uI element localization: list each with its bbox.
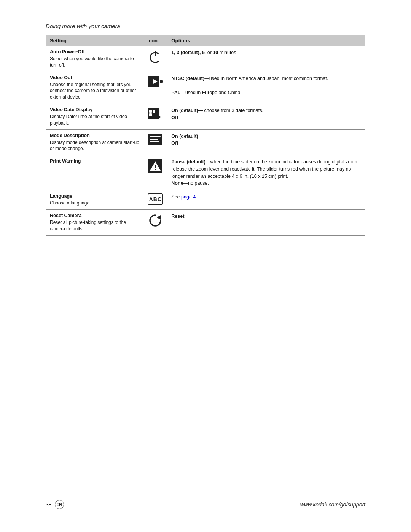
print-warn-icon	[147, 158, 163, 174]
setting-desc-reset: Reset all picture-taking settings to the…	[50, 220, 126, 232]
options-text-language: See page 4.	[171, 194, 197, 200]
setting-cell-mode-desc: Mode Description Display mode descriptio…	[46, 129, 143, 155]
options-cell-video-date: On (default)— choose from 3 date formats…	[167, 104, 365, 129]
options-text-auto-power-off: 1, 3 (default), 5, or 10 minutes	[171, 50, 236, 55]
icon-cell-print-warning	[143, 155, 167, 190]
setting-desc-video-out: Choose the regional setting that lets yo…	[50, 82, 136, 100]
page-4-link[interactable]: page 4	[181, 194, 196, 200]
mode-desc-icon	[147, 133, 163, 146]
options-cell-print-warning: Pause (default)—when the blue slider on …	[167, 155, 365, 190]
abc-icon-box: ABC	[148, 193, 163, 205]
svg-rect-13	[150, 141, 159, 142]
table-header-row: Setting Icon Options	[46, 35, 365, 46]
svg-rect-5	[148, 108, 159, 119]
svg-rect-6	[149, 110, 152, 113]
setting-name-language: Language	[50, 193, 139, 199]
header-icon: Icon	[143, 35, 167, 46]
abc-icon: ABC	[147, 193, 163, 205]
table-row: Video Out Choose the regional setting th…	[46, 72, 365, 104]
icon-cell-mode-desc	[143, 129, 167, 155]
setting-cell-auto-power-off: Auto Power-Off Select when you would lik…	[46, 46, 143, 72]
options-text-video-date: On (default)— choose from 3 date formats…	[171, 108, 263, 120]
setting-desc-video-date: Display Date/Time at the start of video …	[50, 114, 127, 126]
video-out-icon	[147, 75, 163, 88]
setting-desc-mode-desc: Display mode description at camera start…	[50, 140, 139, 152]
options-text-reset: Reset	[171, 214, 184, 219]
options-text-print-warning: Pause (default)—when the blue slider on …	[171, 159, 358, 186]
options-cell-reset: Reset	[167, 209, 365, 235]
setting-cell-print-warning: Print Warning	[46, 155, 143, 190]
table-row: Print Warning Pause (default)—when the b…	[46, 155, 365, 190]
svg-rect-11	[150, 136, 161, 137]
options-text-mode-desc: On (default)Off	[171, 134, 198, 146]
page-footer: 38 EN www.kodak.com/go/support	[46, 500, 365, 509]
icon-cell-video-date	[143, 104, 167, 129]
svg-rect-4	[160, 80, 163, 83]
options-cell-auto-power-off: 1, 3 (default), 5, or 10 minutes	[167, 46, 365, 72]
header-options: Options	[167, 35, 365, 46]
setting-desc-auto-power-off: Select when you would like the camera to…	[50, 56, 134, 68]
video-date-icon	[147, 107, 163, 121]
setting-name-reset: Reset Camera	[50, 213, 139, 218]
icon-cell-reset	[143, 209, 167, 235]
reset-icon	[147, 213, 163, 228]
svg-rect-8	[149, 113, 152, 116]
table-row: Reset Camera Reset all picture-taking se…	[46, 209, 365, 235]
svg-marker-18	[157, 215, 161, 220]
table-row: Auto Power-Off Select when you would lik…	[46, 46, 365, 72]
options-cell-language: See page 4.	[167, 190, 365, 210]
header-setting: Setting	[46, 35, 143, 46]
options-text-video-out: NTSC (default)—used in North America and…	[171, 76, 328, 96]
section-title: Doing more with your camera	[46, 23, 120, 29]
svg-rect-7	[153, 110, 155, 113]
table-row: Mode Description Display mode descriptio…	[46, 129, 365, 155]
setting-cell-language: Language Choose a language.	[46, 190, 143, 210]
website-url: www.kodak.com/go/support	[300, 502, 365, 508]
page-container: Doing more with your camera Setting Icon…	[0, 0, 411, 532]
icon-cell-language: ABC	[143, 190, 167, 210]
svg-rect-12	[150, 139, 158, 140]
setting-name-video-out: Video Out	[50, 75, 139, 80]
divider-line	[46, 31, 365, 31]
setting-name-auto-power-off: Auto Power-Off	[50, 49, 139, 54]
setting-cell-video-date: Video Date Display Display Date/Time at …	[46, 104, 143, 129]
setting-name-mode-desc: Mode Description	[50, 133, 139, 138]
options-cell-mode-desc: On (default)Off	[167, 129, 365, 155]
table-row: Language Choose a language. ABC See page…	[46, 190, 365, 210]
svg-marker-9	[158, 115, 161, 119]
en-badge: EN	[55, 500, 64, 509]
table-row: Video Date Display Display Date/Time at …	[46, 104, 365, 129]
setting-cell-reset: Reset Camera Reset all picture-taking se…	[46, 209, 143, 235]
page-number-area: 38 EN	[46, 500, 64, 509]
options-cell-video-out: NTSC (default)—used in North America and…	[167, 72, 365, 104]
settings-table: Setting Icon Options Auto Power-Off Sele…	[46, 35, 365, 236]
svg-point-17	[155, 169, 156, 170]
setting-name-print-warning: Print Warning	[50, 158, 139, 164]
icon-cell-auto-power-off	[143, 46, 167, 72]
setting-desc-language: Choose a language.	[50, 200, 91, 206]
icon-cell-video-out	[143, 72, 167, 104]
page-number: 38	[46, 502, 52, 508]
svg-rect-16	[155, 165, 156, 168]
setting-name-video-date: Video Date Display	[50, 107, 139, 112]
setting-cell-video-out: Video Out Choose the regional setting th…	[46, 72, 143, 104]
power-off-icon	[147, 49, 163, 64]
